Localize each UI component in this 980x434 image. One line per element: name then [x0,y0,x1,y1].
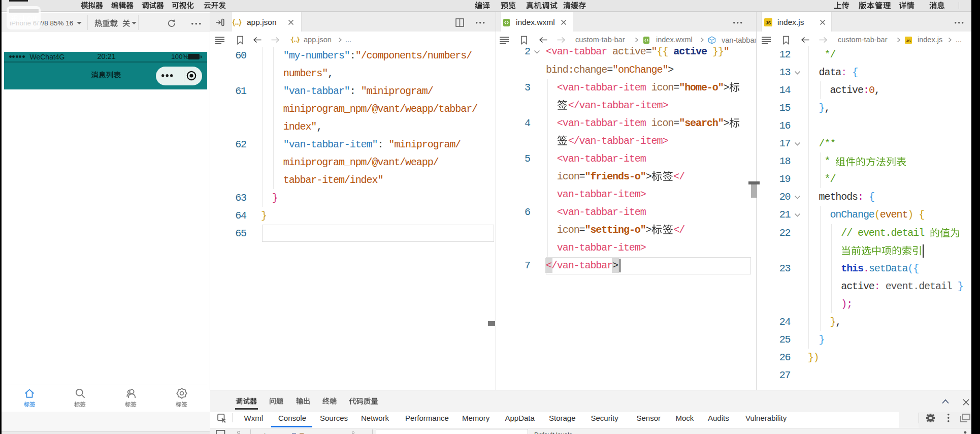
svg-text:JS: JS [906,38,910,43]
svg-text:JS: JS [766,20,771,25]
